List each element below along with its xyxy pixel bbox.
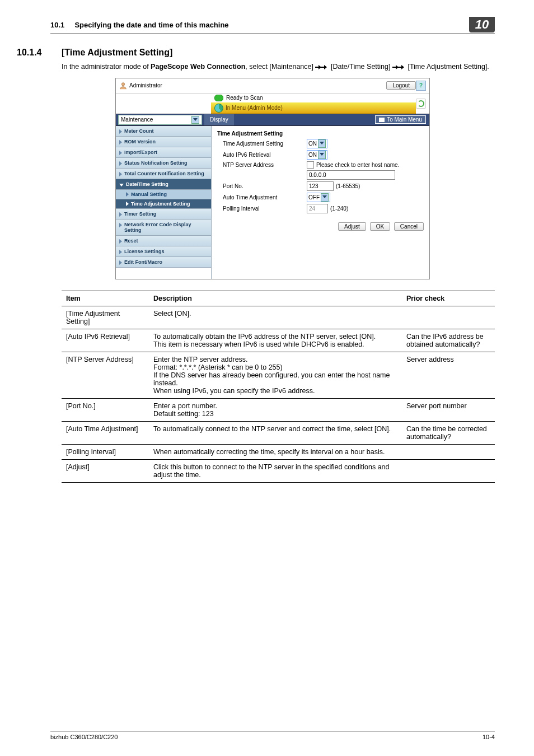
section-heading: 10.1.4 [Time Adjustment Setting]: [17, 48, 495, 58]
cell-prior: Can the IPv6 address be obtained automat…: [402, 329, 495, 352]
page-footer: bizhub C360/C280/C220 10-4: [50, 731, 495, 740]
form-row: NTP Server Address Please check to enter…: [217, 161, 424, 169]
caret-right-icon: [119, 140, 122, 144]
sidebar-item[interactable]: Network Error Code Display Setting: [116, 220, 211, 236]
form-row: Port No. 123(1-65535): [217, 181, 424, 191]
mock-user-label: Administrator: [129, 82, 162, 88]
caret-right-icon: [119, 239, 122, 244]
table-row: [NTP Server Address]Enter the NTP server…: [62, 352, 495, 398]
port-input[interactable]: 123: [307, 181, 334, 191]
sidebar-item[interactable]: Import/Export: [116, 147, 211, 158]
form-row: Auto Time Adjustment OFF: [217, 193, 424, 202]
sidebar-item[interactable]: Status Notification Setting: [116, 158, 211, 169]
description-table: Item Description Prior check [Time Adjus…: [62, 291, 495, 483]
ok-button[interactable]: OK: [370, 222, 390, 231]
table-row: [Adjust]Click this button to connect to …: [62, 459, 495, 482]
cell-item: [Auto Time Adjustment]: [62, 421, 149, 444]
sidebar-item[interactable]: ROM Version: [116, 137, 211, 147]
chevron-down-icon: [318, 151, 326, 159]
globe-icon: [214, 104, 223, 113]
logout-button[interactable]: Logout: [386, 81, 416, 90]
screenshot: Administrator Logout ? Ready to Scan In …: [115, 78, 430, 279]
field-label: Polling Interval: [217, 206, 307, 212]
mock-tab-bar: Maintenance Display To Main Menu: [116, 114, 429, 126]
cell-item: [NTP Server Address]: [62, 352, 149, 398]
adjust-button[interactable]: Adjust: [338, 222, 366, 231]
sidebar-item[interactable]: Total Counter Notification Setting: [116, 169, 211, 179]
sidebar-item[interactable]: Timer Setting: [116, 209, 211, 220]
sidebar-subitem[interactable]: Manual Setting: [116, 190, 211, 199]
to-main-menu-button[interactable]: To Main Menu: [375, 115, 426, 124]
page-header: 10.1 Specifying the date and time of thi…: [50, 17, 495, 34]
select-auto-ipv6[interactable]: ON: [307, 150, 327, 160]
sidebar-item[interactable]: Reset: [116, 236, 211, 246]
arrow-icon: [321, 65, 329, 69]
help-icon[interactable]: ?: [416, 81, 426, 91]
form-row: 0.0.0.0: [217, 170, 424, 180]
header-section-number: 10.1: [50, 21, 64, 29]
sidebar-item-open[interactable]: Date/Time Setting: [116, 179, 211, 190]
status-bar: Ready to Scan: [211, 94, 416, 102]
section-number: 10.1.4: [17, 48, 62, 58]
field-label: Auto Time Adjustment: [217, 194, 307, 200]
cell-prior: [402, 459, 495, 482]
cell-prior: Server port number: [402, 398, 495, 421]
caret-right-icon: [119, 212, 122, 217]
table-row: [Polling Interval]When automatically cor…: [62, 444, 495, 459]
cell-item: [Polling Interval]: [62, 444, 149, 459]
polling-input[interactable]: 24: [307, 204, 328, 213]
select-time-adjustment[interactable]: ON: [307, 139, 327, 148]
field-label: NTP Server Address: [217, 162, 307, 168]
range-hint: (1-240): [330, 206, 348, 212]
th-item: Item: [62, 291, 149, 306]
status-text: Ready to Scan: [226, 95, 263, 101]
section-title: [Time Adjustment Setting]: [62, 48, 172, 58]
cell-prior: Can the time be corrected automatically?: [402, 421, 495, 444]
form-row: Auto IPv6 Retrieval ON: [217, 150, 424, 160]
main-panel: Time Adjustment Setting Time Adjustment …: [212, 126, 429, 279]
user-icon: [119, 82, 127, 90]
cell-desc: Click this button to connect to the NTP …: [149, 459, 402, 482]
table-row: [Auto IPv6 Retrieval]To automatically ob…: [62, 329, 495, 352]
mock-topbar: Administrator Logout ?: [116, 78, 429, 94]
caret-down-icon: [119, 184, 124, 186]
ntp-address-input[interactable]: 0.0.0.0: [307, 170, 395, 180]
button-row: Adjust OK Cancel: [217, 223, 424, 230]
sidebar-item[interactable]: Edit Font/Macro: [116, 257, 211, 268]
chevron-down-icon: [191, 116, 199, 124]
arrow-icon: [398, 65, 406, 69]
sidebar: Meter Count ROM Version Import/Export St…: [116, 126, 212, 279]
sidebar-subitem-active[interactable]: Time Adjustment Setting: [116, 199, 211, 209]
sidebar-item[interactable]: License Settings: [116, 246, 211, 257]
range-hint: (1-65535): [336, 183, 360, 189]
table-row: [Auto Time Adjustment]To automatically c…: [62, 421, 495, 444]
cell-desc: Enter a port number.Default setting: 123: [149, 398, 402, 421]
caret-right-icon: [126, 202, 129, 206]
cancel-button[interactable]: Cancel: [394, 222, 424, 231]
refresh-icon[interactable]: [416, 99, 426, 109]
admin-mode-band: In Menu (Admin Mode): [211, 102, 416, 114]
chapter-badge: 10: [469, 17, 495, 32]
sidebar-item[interactable]: Meter Count: [116, 126, 211, 137]
caret-right-icon: [119, 151, 122, 155]
header-section-text: Specifying the date and time of this mac…: [74, 21, 228, 29]
panel-heading: Time Adjustment Setting: [217, 130, 424, 137]
tab-display[interactable]: Display: [204, 114, 234, 125]
checkbox-hostname[interactable]: [307, 161, 314, 169]
select-auto-time[interactable]: OFF: [307, 193, 330, 202]
cell-desc: To automatically obtain the IPv6 address…: [149, 329, 402, 352]
caret-right-icon: [119, 172, 122, 176]
status-indicator-icon: [214, 95, 223, 101]
chevron-down-icon: [318, 139, 326, 148]
cell-item: [Auto IPv6 Retrieval]: [62, 329, 149, 352]
category-select[interactable]: Maintenance: [118, 115, 202, 125]
cell-desc: When automatically correcting the time, …: [149, 444, 402, 459]
svg-point-0: [121, 82, 124, 85]
menu-icon: [379, 118, 385, 122]
cell-prior: Server address: [402, 352, 495, 398]
caret-right-icon: [126, 192, 129, 197]
intro-paragraph: In the administrator mode of PageScope W…: [62, 62, 495, 72]
caret-right-icon: [119, 260, 122, 265]
cell-desc: Enter the NTP server address.Format: *.*…: [149, 352, 402, 398]
form-row: Polling Interval 24(1-240): [217, 204, 424, 213]
